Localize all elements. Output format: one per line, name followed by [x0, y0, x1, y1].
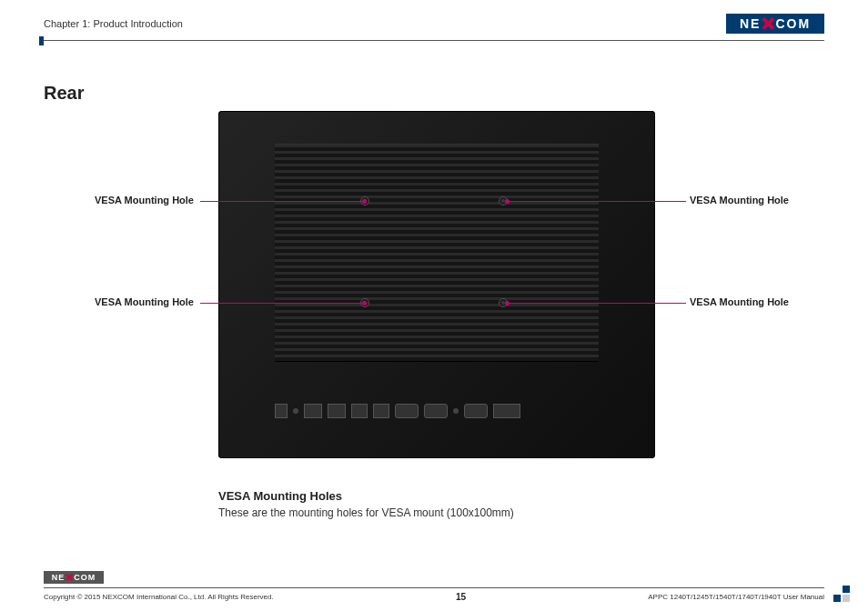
page-number: 15	[456, 592, 466, 602]
serial-port-icon	[424, 404, 448, 418]
page-footer: NECOM Copyright © 2015 NEXCOM Internatio…	[44, 571, 824, 602]
callout-label: VESA Mounting Hole	[690, 296, 789, 307]
leader-line	[508, 303, 686, 304]
callout-label: VESA Mounting Hole	[95, 195, 194, 205]
io-port-panel	[275, 398, 599, 424]
copyright-text: Copyright © 2015 NEXCOM International Co…	[44, 593, 274, 601]
port-icon	[293, 408, 298, 414]
footer-rule	[44, 587, 824, 588]
usb-port-icon	[351, 404, 368, 418]
corner-decoration-icon	[832, 586, 850, 602]
logo-x-icon	[66, 574, 73, 581]
description-block: VESA Mounting Holes These are the mounti…	[218, 489, 824, 519]
chapter-label: Chapter 1: Product Introduction	[44, 18, 183, 29]
usb-port-icon	[373, 404, 389, 418]
callout-label: VESA Mounting Hole	[95, 296, 194, 307]
power-connector-icon	[493, 404, 520, 418]
page-header: Chapter 1: Product Introduction NECOM	[44, 11, 824, 36]
callout-label: VESA Mounting Hole	[690, 195, 789, 205]
description-text: These are the mounting holes for VESA mo…	[218, 506, 824, 519]
header-rule	[44, 40, 824, 41]
brand-logo: NECOM	[726, 14, 824, 34]
document-reference: APPC 1240T/1245T/1540T/1740T/1940T User …	[648, 593, 824, 601]
ethernet-port-icon	[328, 404, 346, 418]
product-diagram: VESA Mounting Hole VESA Mounting Hole VE…	[44, 111, 824, 484]
leader-line	[508, 201, 686, 202]
heatsink-icon	[275, 144, 599, 362]
device-rear-panel	[218, 111, 655, 458]
ethernet-port-icon	[304, 404, 322, 418]
section-title: Rear	[44, 83, 824, 104]
leader-line	[200, 303, 364, 304]
vga-port-icon	[464, 404, 488, 418]
reset-button-icon	[453, 408, 459, 414]
port-icon	[275, 404, 288, 418]
serial-port-icon	[395, 404, 419, 418]
leader-line	[200, 201, 364, 202]
footer-brand-logo: NECOM	[44, 571, 104, 584]
logo-x-icon	[762, 17, 774, 30]
description-title: VESA Mounting Holes	[218, 489, 824, 503]
